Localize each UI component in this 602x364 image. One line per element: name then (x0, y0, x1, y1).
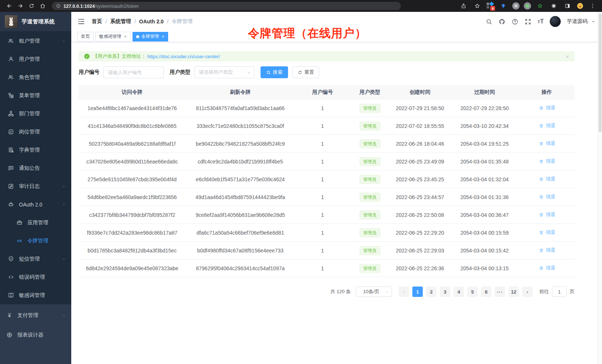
sidebar-item-post[interactable]: 岗位管理 (0, 123, 71, 141)
column-header: 用户类型 (350, 89, 390, 96)
tab-敏感词管理[interactable]: 敏感词管理× (95, 32, 131, 42)
doc-link[interactable]: https://doc.iocoder.cn/user-center/ (147, 54, 220, 59)
next-page-button[interactable]: › (522, 287, 533, 297)
search-button[interactable]: 搜索 (261, 66, 288, 78)
sidebar-item-errcode[interactable]: 错误码管理 (0, 268, 71, 286)
sidebar-item-role[interactable]: 角色管理 (0, 68, 71, 86)
force-logout-button[interactable]: 强退 (538, 105, 556, 111)
search-icon[interactable] (485, 18, 493, 25)
user-type-placeholder: 请选择用户类型 (199, 69, 233, 76)
share-icon[interactable] (459, 2, 468, 10)
user-avatar[interactable] (550, 16, 561, 27)
sidebar-item-notice[interactable]: 通知公告 (0, 159, 71, 177)
sidebar-item-sensitive[interactable]: 敏感词管理 (0, 286, 71, 304)
sidebar-item-app[interactable]: 应用管理 (0, 214, 71, 232)
bookmark-star-icon[interactable] (472, 2, 482, 10)
access-token-cell: f9336e7c7dd242a283ee98dc86b17a87 (79, 230, 186, 236)
gem-extension-icon[interactable] (498, 2, 508, 10)
sidebar-item-dept[interactable]: 部门管理 (0, 105, 71, 123)
force-logout-button[interactable]: 强退 (538, 265, 556, 271)
page-more-button[interactable]: ··· (495, 287, 505, 297)
tab-close-icon[interactable]: × (162, 34, 165, 39)
force-logout-button[interactable]: 强退 (538, 193, 556, 200)
github-icon[interactable] (498, 18, 506, 25)
sidebar-item-token[interactable]: 令牌管理 (0, 232, 71, 250)
jump-page-input[interactable] (552, 287, 567, 297)
page-button-5[interactable]: 5 (467, 287, 478, 297)
chevron-down-icon (62, 39, 66, 43)
page-size-select[interactable]: 10条/页 (356, 287, 392, 297)
page-button-3[interactable]: 3 (440, 287, 450, 297)
sms-icon (8, 256, 14, 262)
scrollbar-thumb[interactable] (599, 13, 602, 132)
force-logout-button[interactable]: 强退 (538, 247, 556, 254)
force-logout-button[interactable]: 强退 (538, 176, 556, 182)
alert-close-icon[interactable]: × (566, 54, 569, 59)
user-id-cell: 1 (295, 123, 350, 129)
side-panel-icon[interactable] (563, 2, 572, 10)
user-type-badge: 管理员 (360, 122, 380, 130)
breadcrumb-item: 令牌管理 (172, 18, 193, 25)
forward-icon[interactable] (16, 2, 25, 10)
home-icon[interactable] (38, 2, 48, 10)
extension-grid-icon[interactable]: 9 (486, 2, 494, 10)
sidebar-item-pay[interactable]: 支付管理 (0, 305, 71, 325)
force-logout-button[interactable]: 强退 (538, 229, 556, 236)
force-logout-button[interactable]: 强退 (538, 140, 556, 147)
sidebar-item-label: 报表设计器 (17, 332, 43, 338)
expire-time-cell: 2022-07-29 22:28:50 (450, 105, 519, 111)
user-type-select[interactable]: 请选择用户类型 (194, 66, 255, 78)
created-time-cell: 2022-06-25 22:29:20 (390, 230, 450, 236)
sidebar-item-sms[interactable]: 短信管理 (0, 250, 71, 268)
page-button-4[interactable]: 4 (454, 287, 464, 297)
user-type-cell: 管理员 (350, 175, 390, 184)
user-menu-caret-icon[interactable] (591, 20, 595, 24)
sidebar-item-dict[interactable]: 字典管理 (0, 141, 71, 159)
sidebar-item-label: 菜单管理 (19, 92, 40, 99)
page-scrollbar[interactable] (598, 12, 602, 364)
reset-button[interactable]: 重置 (292, 66, 319, 78)
address-bar[interactable]: 127.0.0.1:1024/system/oauth2/token (52, 2, 401, 10)
app-logo[interactable]: 芋道管理系统 (0, 12, 71, 31)
fullscreen-icon[interactable] (524, 18, 531, 25)
user-type-badge: 管理员 (360, 175, 380, 184)
user-type-badge: 管理员 (360, 139, 380, 148)
sidebar-item-oauth[interactable]: OAuth 2.0 (0, 195, 71, 214)
sidebar-item-user[interactable]: 用户管理 (0, 50, 71, 68)
tab-close-icon[interactable]: × (124, 34, 127, 39)
sidebar-item-tenant[interactable]: 租户管理 (0, 32, 71, 50)
page-content: ✓ 【用户体系】文档地址： https://doc.iocoder.cn/use… (71, 42, 575, 297)
force-logout-button[interactable]: 强退 (538, 211, 556, 218)
page-button-2[interactable]: 2 (426, 287, 436, 297)
breadcrumb-item[interactable]: OAuth 2.0 (139, 19, 164, 24)
breadcrumb-item[interactable]: 系统管理 (110, 18, 131, 25)
sidebar-item-report[interactable]: 报表设计器 (0, 325, 71, 345)
help-icon[interactable] (511, 18, 518, 25)
page-button-6[interactable]: 6 (481, 287, 491, 297)
tab-首页[interactable]: 首页 (77, 32, 94, 42)
user-id-input[interactable] (103, 66, 164, 78)
command-extension-icon[interactable]: ⌘ (512, 2, 520, 10)
sidebar-item-audit[interactable]: 审计日志 (0, 177, 71, 195)
prev-page-button[interactable]: ‹ (399, 287, 409, 297)
page-button-1[interactable]: 1 (412, 287, 423, 297)
tab-令牌管理[interactable]: 令牌管理× (132, 32, 169, 42)
green-star-extension-icon[interactable] (535, 2, 545, 10)
alert-text: 【用户体系】文档地址： (93, 53, 146, 60)
profile-avatar-icon[interactable] (576, 2, 584, 10)
recorder-extension-icon[interactable] (524, 2, 531, 10)
snowflake-extension-icon[interactable] (549, 2, 559, 10)
user-name[interactable]: 芋道源码 (567, 18, 588, 25)
font-size-icon[interactable]: TT (537, 18, 544, 25)
sidebar-item-menu[interactable]: 菜单管理 (0, 86, 71, 105)
force-logout-button[interactable]: 强退 (538, 122, 556, 129)
page-button-12[interactable]: 12 (508, 287, 519, 297)
collapse-sidebar-icon[interactable] (77, 17, 85, 26)
breadcrumb-item[interactable]: 首页 (92, 18, 102, 25)
browser-menu-dots-icon[interactable] (588, 2, 598, 10)
url-path: /system/oauth2/token (95, 4, 139, 9)
access-token-cell: b0d1785bc3a8482f812db4a3f3bd15ec (79, 248, 186, 254)
force-logout-button[interactable]: 强退 (538, 158, 556, 165)
back-icon[interactable] (4, 2, 14, 10)
reload-icon[interactable] (27, 2, 36, 10)
